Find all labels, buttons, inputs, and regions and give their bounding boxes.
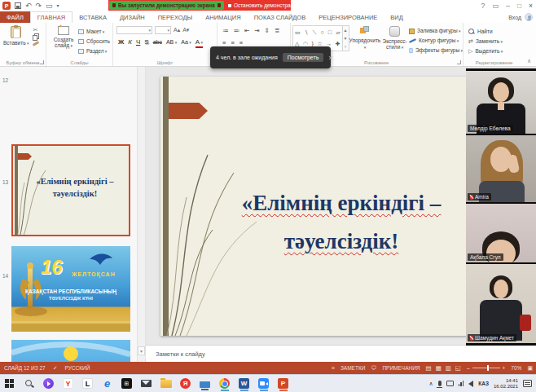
participant-video-2[interactable]: Amira [466,135,536,202]
restore-button[interactable]: □ [517,2,521,10]
decrease-indent-icon[interactable]: ⇤ [244,27,249,34]
thumbnail-slide-13[interactable]: 16 ЖЕЛТОҚСАН ҚАЗАҚСТАН РЕСПУБЛИКАСЫНЫҢ Т… [11,246,130,332]
change-case-button[interactable]: Аа [181,37,191,47]
taskbar-chrome[interactable] [218,377,231,391]
close-button[interactable]: × [529,2,533,10]
scroll-down-icon[interactable]: ▼ [138,346,145,355]
shapes-gallery-scroll[interactable]: ▲▼▿ [343,25,349,51]
thumbnail-slide-12[interactable]: «Елімнің еркіндігі – тәуелсіздік! [11,144,130,236]
taskbar-zoom[interactable] [257,377,270,391]
italic-button[interactable]: К [128,37,132,46]
participant-video-3[interactable]: Ақбала Сгул [466,204,536,262]
shape-effects-button[interactable]: Эффекты фигуры [409,46,463,55]
arrange-button[interactable]: Упорядочить [349,23,381,55]
normal-view-icon[interactable]: ▤ [426,364,432,372]
collapse-ribbon-icon[interactable]: ∧ [527,58,531,64]
help-button[interactable]: ? [481,2,485,10]
slideshow-view-icon[interactable]: ◱ [455,364,461,372]
taskbar-file-explorer[interactable] [160,377,172,391]
tab-slideshow[interactable]: ПОКАЗ СЛАЙДОВ [248,11,313,23]
font-color-button[interactable]: А [196,38,203,48]
copy-icon[interactable] [33,35,37,41]
text-direction-icon[interactable]: ≣ [275,27,279,34]
align-right-icon[interactable]: ≡ [239,39,243,46]
reset-button[interactable]: Сбросить [78,37,110,46]
tab-view[interactable]: ВИД [384,11,409,23]
font-size-combobox[interactable] [155,26,171,34]
taskbar-word[interactable]: W [238,377,250,391]
shape-outline-button[interactable]: Контур фигуры [409,37,463,45]
text-shadow-button[interactable]: S [144,37,148,46]
tray-expand-icon[interactable]: ∧ [429,381,433,387]
toast-close-icon[interactable]: × [328,54,332,62]
tab-animations[interactable]: АНИМАЦИЯ [199,11,247,23]
strikethrough-button[interactable]: abc [153,37,162,46]
undo-icon[interactable]: ↶ [25,2,32,10]
taskbar-l-app[interactable]: L [81,377,94,391]
shape-fill-button[interactable]: Заливка фигуры [409,27,463,35]
zoom-out-icon[interactable]: – [467,365,470,371]
slide-sorter-icon[interactable]: ▦ [436,364,442,372]
taskbar-device-app[interactable] [199,377,211,391]
zoom-level[interactable]: 70% [511,365,521,371]
notes-panel[interactable]: Заметки к слайду [146,345,536,362]
numbering-icon[interactable]: ≕ [234,27,240,34]
tab-insert[interactable]: ВСТАВКА [72,11,113,23]
paste-button[interactable]: Вставить [3,23,29,46]
taskbar-store[interactable]: ⊞ [121,377,133,391]
redo-icon[interactable]: ↷ [36,2,42,10]
thumbnails-scrollbar[interactable]: ▼ [137,67,146,362]
save-icon[interactable] [15,2,21,9]
participant-video-4[interactable]: Шамудин Ақмет [466,264,536,343]
tray-volume-icon[interactable] [468,381,473,387]
character-spacing-button[interactable]: АВ [166,37,177,47]
notes-toggle[interactable]: ЗАМЕТКИ [340,365,365,371]
start-slideshow-icon[interactable]: ▭ [46,2,53,10]
increase-indent-icon[interactable]: ⇥ [254,27,259,34]
tray-clock[interactable]: 14:41 16.02.2021 [494,378,518,390]
taskbar-edge[interactable]: e [101,377,113,391]
align-left-icon[interactable]: ≡ [222,39,226,46]
annotate-icon[interactable] [112,3,116,7]
comments-toggle[interactable]: ПРИМЕЧАНИЯ [382,365,420,371]
language-indicator[interactable]: РУССКИЙ [65,365,90,371]
minimize-button[interactable]: – [506,2,510,10]
font-name-combobox[interactable] [116,26,152,34]
line-spacing-icon[interactable]: ⇕ [265,27,270,34]
drawing-dialog-launcher[interactable] [457,60,461,64]
zoom-in-icon[interactable]: + [503,365,506,371]
tab-home[interactable]: ГЛАВНАЯ [30,11,72,23]
tab-review[interactable]: РЕЦЕНЗИРОВАНИЕ [312,11,384,23]
new-slide-button[interactable]: Создать слайд [49,23,78,55]
layout-button[interactable]: Макет [78,28,110,36]
reading-view-icon[interactable]: ▥ [446,364,451,372]
toast-view-button[interactable]: Посмотреть [283,53,324,62]
ribbon-options-button[interactable]: ▭ [492,2,499,10]
replace-button[interactable]: ⇄Заменить [468,37,525,46]
bullets-icon[interactable]: ≔ [222,27,229,34]
taskbar-powerpoint[interactable]: P [277,377,289,391]
taskbar-yandex-app[interactable]: Я [179,377,191,391]
taskbar-alice[interactable] [42,377,55,391]
tray-notifications-icon[interactable] [523,380,532,387]
grow-font-icon[interactable]: А▴ [174,27,180,33]
tray-display-icon[interactable] [446,381,454,386]
stop-share-button[interactable]: Остановить демонстрацию [224,2,305,8]
tab-file[interactable]: ФАЙЛ [0,11,30,23]
tab-transitions[interactable]: ПЕРЕХОДЫ [152,11,200,23]
find-button[interactable]: Найти [468,28,525,36]
fit-to-window-icon[interactable]: ▣ [527,365,533,372]
quick-styles-button[interactable]: Экспресс-стили [380,23,409,55]
align-center-icon[interactable]: ≡ [231,39,234,46]
clipboard-dialog-launcher[interactable] [40,60,44,64]
format-painter-icon[interactable] [33,41,39,46]
section-button[interactable]: Раздел [78,47,110,55]
start-button[interactable] [3,377,15,391]
zoom-slider-thumb[interactable] [487,365,489,371]
shrink-font-icon[interactable]: А▾ [182,27,189,33]
cut-icon[interactable]: ✂ [33,27,39,33]
share-audio-icon[interactable] [217,3,221,7]
bold-button[interactable]: Ж [118,37,124,46]
qat-customize-icon[interactable]: ▾ [57,2,59,10]
underline-button[interactable]: Ч [136,37,140,46]
